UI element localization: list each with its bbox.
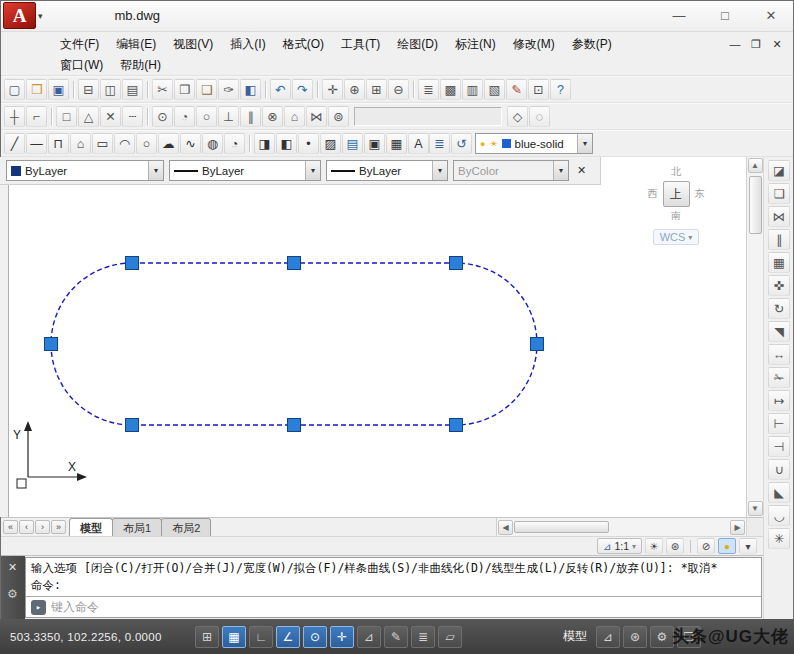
menu-modify[interactable]: 修改(M) — [505, 34, 563, 55]
scroll-right-icon[interactable]: ▶ — [730, 520, 745, 535]
close-button[interactable]: ✕ — [748, 8, 794, 23]
orbit-icon[interactable]: ◌ — [529, 106, 550, 127]
region-icon[interactable]: ▣ — [364, 133, 385, 154]
plot-icon[interactable]: ⊟ — [78, 79, 99, 100]
move-icon[interactable]: ✜ — [768, 275, 790, 296]
tab-next-button[interactable]: › — [35, 520, 50, 534]
qnew-icon[interactable]: ▢ — [4, 79, 25, 100]
compass-top-button[interactable]: 上 — [663, 181, 690, 207]
scroll-up-icon[interactable]: ▲ — [748, 158, 763, 173]
close-icon[interactable]: ✕ — [8, 561, 17, 574]
compass-west[interactable]: 西 — [648, 187, 658, 201]
doc-minimize-button[interactable]: — — [728, 38, 742, 51]
horizontal-scrollbar[interactable]: ◀ ▶ — [496, 518, 746, 536]
polyline-grip[interactable] — [450, 419, 463, 432]
open-icon[interactable]: ❒ — [26, 79, 47, 100]
join-icon[interactable]: ∪ — [768, 459, 790, 480]
mtext-icon[interactable]: A — [408, 133, 429, 154]
polar-toggle[interactable]: ∠ — [276, 626, 300, 648]
annotation-visibility-icon[interactable]: ⊿ — [596, 626, 620, 648]
designcenter-icon[interactable]: ▩ — [440, 79, 461, 100]
polyline-grip[interactable] — [288, 257, 301, 270]
tab-layout1[interactable]: 布局1 — [112, 518, 162, 536]
break-at-point-icon[interactable]: ⊢ — [768, 413, 790, 434]
offset-icon[interactable]: ∥ — [768, 229, 790, 250]
tab-model[interactable]: 模型 — [69, 518, 113, 536]
copy-clip-icon[interactable]: ❐ — [174, 79, 195, 100]
zoom-window-icon[interactable]: ⊞ — [366, 79, 387, 100]
vertical-scroll-thumb[interactable] — [749, 176, 762, 234]
snap-nearest-icon[interactable]: ⋈ — [306, 106, 327, 127]
menu-edit[interactable]: 编辑(E) — [108, 34, 164, 55]
ducs-toggle[interactable]: ⊿ — [357, 626, 381, 648]
layer-properties-manager-icon[interactable]: ≣ — [429, 133, 450, 154]
polyline-grip[interactable] — [288, 419, 301, 432]
tray-menu-arrow-icon[interactable]: ▾ — [739, 538, 757, 554]
snap-extension-icon[interactable]: ┄ — [122, 106, 143, 127]
arc-icon[interactable]: ◠ — [114, 133, 135, 154]
hatch-icon[interactable]: ▨ — [320, 133, 341, 154]
paste-icon[interactable]: ❑ — [196, 79, 217, 100]
polyline-grip[interactable] — [45, 338, 58, 351]
erase-icon[interactable]: ◪ — [768, 160, 790, 181]
quickcalc-icon[interactable]: ⊡ — [528, 79, 549, 100]
menu-tools[interactable]: 工具(T) — [333, 34, 388, 55]
spline-icon[interactable]: ∿ — [180, 133, 201, 154]
undo-icon[interactable]: ↶ — [270, 79, 291, 100]
array-icon[interactable]: ▦ — [768, 252, 790, 273]
zoom-previous-icon[interactable]: ⊖ — [388, 79, 409, 100]
vertical-scrollbar[interactable]: ▲ ▼ — [746, 157, 763, 517]
snap-intersection-icon[interactable]: ✕ — [100, 106, 121, 127]
polyline-grip[interactable] — [126, 419, 139, 432]
snap-node-icon[interactable]: ⊗ — [262, 106, 283, 127]
command-history[interactable]: 输入选项 [闭合(C)/打开(O)/合并(J)/宽度(W)/拟合(F)/样条曲线… — [26, 558, 761, 596]
toolbar-lock-icon[interactable]: ⊘ — [697, 538, 715, 554]
customize-icon[interactable]: ⚙ — [7, 587, 18, 601]
scale-icon[interactable]: ◥ — [768, 321, 790, 342]
markup-set-manager-icon[interactable]: ✎ — [506, 79, 527, 100]
tab-layout2[interactable]: 布局2 — [161, 518, 211, 536]
ortho-toggle[interactable]: ∟ — [249, 626, 273, 648]
osnap-toggle[interactable]: ⊙ — [303, 626, 327, 648]
help-icon[interactable]: ? — [550, 79, 571, 100]
horizontal-scroll-thumb[interactable] — [514, 521, 609, 533]
snap-endpoint-icon[interactable]: □ — [56, 106, 77, 127]
menu-insert[interactable]: 插入(I) — [222, 34, 273, 55]
grid-toggle[interactable]: ▦ — [222, 626, 246, 648]
command-options-icon[interactable]: ▸ — [31, 600, 46, 615]
snap-parallel-icon[interactable]: ∥ — [240, 106, 261, 127]
scroll-left-icon[interactable]: ◀ — [498, 520, 513, 535]
tab-prev-button[interactable]: ‹ — [19, 520, 34, 534]
lineweight-toggle[interactable]: ≣ — [411, 626, 435, 648]
mirror-icon[interactable]: ⋈ — [768, 206, 790, 227]
chevron-down-icon[interactable]: ▾ — [305, 161, 320, 180]
tab-first-button[interactable]: « — [3, 520, 18, 534]
coordinate-readout[interactable]: 503.3350, 102.2256, 0.0000 — [10, 631, 192, 643]
annotation-autoscale-icon[interactable]: ⊛ — [666, 538, 684, 554]
polygon-icon[interactable]: ⌂ — [70, 133, 91, 154]
osnap-settings-icon[interactable]: ⊚ — [328, 106, 349, 127]
explode-icon[interactable]: ✳ — [768, 528, 790, 549]
compass-east[interactable]: 东 — [695, 187, 705, 201]
snap-from-icon[interactable]: ⌐ — [26, 106, 47, 127]
chevron-down-icon[interactable]: ▾ — [148, 161, 163, 180]
lineweight-control[interactable]: ByLayer ▾ — [326, 160, 448, 181]
drawing-canvas[interactable]: 北 西 上 东 南 WCS ▾ — [8, 157, 746, 517]
make-block-icon[interactable]: ◧ — [276, 133, 297, 154]
polyline-grip[interactable] — [450, 257, 463, 270]
selected-polyline[interactable] — [51, 263, 537, 425]
snap-insert-icon[interactable]: ⌂ — [284, 106, 305, 127]
transparency-toggle[interactable]: ▱ — [438, 626, 462, 648]
gradient-icon[interactable]: ▤ — [342, 133, 363, 154]
doc-restore-button[interactable]: ❐ — [749, 38, 763, 51]
snap-perpendicular-icon[interactable]: ⊥ — [218, 106, 239, 127]
polyline-icon[interactable]: ⊓ — [48, 133, 69, 154]
command-input[interactable]: ▸ 键入命令 — [26, 596, 761, 617]
snap-tangent-icon[interactable]: ○ — [196, 106, 217, 127]
compass-north[interactable]: 北 — [671, 165, 681, 179]
polyline-grip[interactable] — [126, 257, 139, 270]
maximize-button[interactable]: □ — [702, 8, 748, 23]
pan-icon[interactable]: ✛ — [322, 79, 343, 100]
copy-icon[interactable]: ❏ — [768, 183, 790, 204]
circle-icon[interactable]: ○ — [136, 133, 157, 154]
